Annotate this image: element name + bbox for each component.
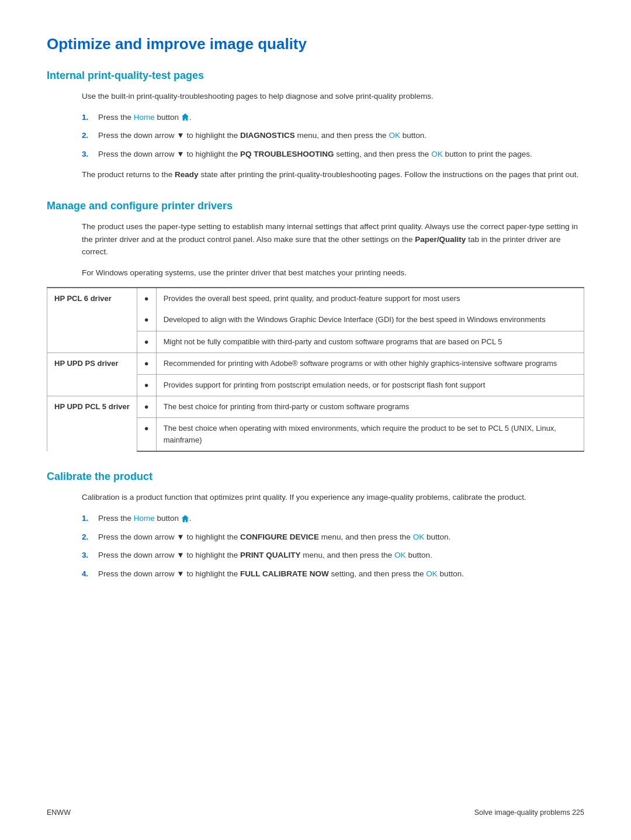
ok-link-3: OK — [431, 150, 443, 158]
step-num-3: 3. — [82, 148, 92, 161]
bullet-updpcl5-2: ● — [137, 418, 156, 452]
step-cal-text-4: Press the down arrow ▼ to highlight the … — [98, 568, 464, 580]
step-cal-text-1: Press the Home button . — [98, 512, 192, 525]
ok-link-cal-2: OK — [413, 533, 425, 541]
bullet-updpcl5-1: ● — [137, 396, 156, 418]
driver-table: HP PCL 6 driver ● Provides the overall b… — [47, 287, 584, 452]
bullet-pcl6-2: ● — [137, 309, 156, 331]
bullet-pcl6-1: ● — [137, 288, 156, 309]
ok-link-cal-4: OK — [426, 569, 438, 578]
step-cal-1: 1. Press the Home button . — [82, 512, 584, 525]
section-heading-calibrate: Calibrate the product — [47, 471, 584, 483]
desc-updpcl5-1: The best choice for printing from third-… — [156, 396, 584, 418]
section-internal-pq: Internal print-quality-test pages Use th… — [47, 70, 584, 181]
steps-list-pq: 1. Press the Home button . 2. Press the … — [82, 111, 584, 161]
home-icon-cal-1 — [181, 514, 189, 523]
footer-left: ENWW — [47, 808, 71, 817]
step-cal-text-3: Press the down arrow ▼ to highlight the … — [98, 549, 432, 562]
intro-text-drivers-1: The product uses the paper-type setting … — [82, 220, 584, 258]
step-pq-1: 1. Press the Home button . — [82, 111, 584, 124]
step-text-3: Press the down arrow ▼ to highlight the … — [98, 148, 532, 161]
step-cal-num-3: 3. — [82, 549, 92, 562]
step-cal-2: 2. Press the down arrow ▼ to highlight t… — [82, 531, 584, 544]
desc-updps-1: Recommended for printing with Adobe® sof… — [156, 352, 584, 374]
intro-text-calibrate: Calibration is a product function that o… — [82, 491, 584, 504]
step-cal-num-1: 1. — [82, 512, 92, 525]
steps-list-calibrate: 1. Press the Home button . 2. Press the … — [82, 512, 584, 580]
section-calibrate: Calibrate the product Calibration is a p… — [47, 471, 584, 580]
bullet-updps-2: ● — [137, 374, 156, 396]
footer-right: Solve image-quality problems 225 — [474, 808, 584, 817]
section-heading-drivers: Manage and configure printer drivers — [47, 200, 584, 212]
driver-name-updps: HP UPD PS driver — [47, 352, 137, 396]
intro-text-drivers-2: For Windows operating systems, use the p… — [82, 267, 584, 279]
ok-link-2: OK — [389, 131, 400, 140]
step-text-1: Press the Home button . — [98, 111, 192, 124]
table-row-updpcl5-1: HP UPD PCL 5 driver ● The best choice fo… — [47, 396, 584, 418]
driver-name-updpcl5: HP UPD PCL 5 driver — [47, 396, 137, 452]
bullet-updps-1: ● — [137, 352, 156, 374]
home-icon-1 — [181, 113, 189, 121]
intro-text-pq: Use the built-in print-quality-troublesh… — [82, 90, 584, 103]
step-pq-2: 2. Press the down arrow ▼ to highlight t… — [82, 129, 584, 142]
step-text-2: Press the down arrow ▼ to highlight the … — [98, 129, 427, 142]
section-heading-internal-pq: Internal print-quality-test pages — [47, 70, 584, 82]
desc-pcl6-1: Provides the overall best speed, print q… — [156, 288, 584, 309]
section-manage-drivers: Manage and configure printer drivers The… — [47, 200, 584, 452]
desc-updps-2: Provides support for printing from posts… — [156, 374, 584, 396]
step-cal-3: 3. Press the down arrow ▼ to highlight t… — [82, 549, 584, 562]
home-link-1: Home — [134, 113, 155, 122]
footer: ENWW Solve image-quality problems 225 — [47, 808, 584, 817]
ok-link-cal-3: OK — [394, 551, 406, 559]
desc-pcl6-2: Developed to align with the Windows Grap… — [156, 309, 584, 331]
step-cal-4: 4. Press the down arrow ▼ to highlight t… — [82, 568, 584, 580]
step-cal-num-4: 4. — [82, 568, 92, 580]
outro-text-pq: The product returns to the Ready state a… — [82, 168, 584, 181]
desc-updpcl5-2: The best choice when operating with mixe… — [156, 418, 584, 452]
step-pq-3: 3. Press the down arrow ▼ to highlight t… — [82, 148, 584, 161]
desc-pcl6-3: Might not be fully compatible with third… — [156, 331, 584, 352]
step-num-2: 2. — [82, 129, 92, 142]
driver-name-pcl6: HP PCL 6 driver — [47, 288, 137, 352]
table-row-updps-1: HP UPD PS driver ● Recommended for print… — [47, 352, 584, 374]
bullet-pcl6-3: ● — [137, 331, 156, 352]
table-row-pcl6-1: HP PCL 6 driver ● Provides the overall b… — [47, 288, 584, 309]
step-cal-num-2: 2. — [82, 531, 92, 544]
step-cal-text-2: Press the down arrow ▼ to highlight the … — [98, 531, 450, 544]
step-num-1: 1. — [82, 111, 92, 124]
home-link-cal-1: Home — [134, 514, 155, 523]
page-title: Optimize and improve image quality — [47, 35, 584, 53]
